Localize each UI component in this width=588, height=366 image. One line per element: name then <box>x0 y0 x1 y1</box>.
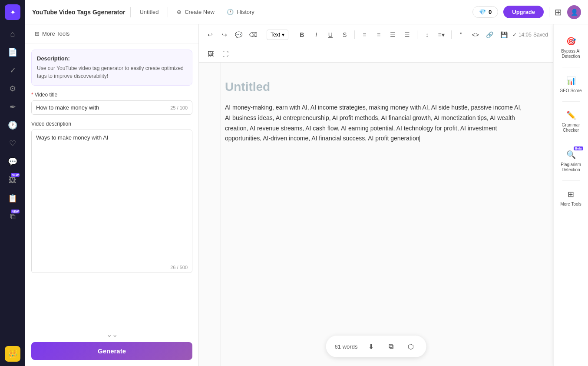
header-actions: 💎 0 Upgrade ⊞ 👤 <box>472 5 581 19</box>
video-title-input[interactable] <box>32 101 166 114</box>
video-desc-wrapper: 26 / 500 <box>31 130 192 273</box>
undo-button[interactable]: ↩ <box>204 28 217 41</box>
new-badge-layers: NEW <box>11 210 20 213</box>
main-content: YouTube Video Tags Ggenerator Untitled ⊕… <box>25 0 588 366</box>
image-button[interactable]: 🖼 <box>204 47 217 60</box>
ordered-list-button[interactable]: ☰ <box>387 28 400 41</box>
video-title-label: * Video title <box>31 92 192 98</box>
sidebar-item-heart[interactable]: ♡ <box>5 136 20 151</box>
description-label: Description: <box>37 55 187 62</box>
bold-button[interactable]: B <box>296 28 308 41</box>
toolbar-row1: ↩ ↪ 💬 ⌫ Text ▾ B I U S ≡ ≡ ☰ ☰ <box>199 24 553 45</box>
redo-button[interactable]: ↪ <box>218 28 231 41</box>
doc-name-tab[interactable]: Untitled <box>136 7 162 17</box>
textarea-footer: 26 / 500 <box>32 262 192 273</box>
link-button[interactable]: 🔗 <box>483 28 496 41</box>
gem-icon: 💎 <box>479 9 486 15</box>
coins-count: 0 <box>489 9 492 15</box>
grid-icon[interactable]: ⊞ <box>555 7 562 17</box>
expand-button[interactable]: ⛶ <box>219 47 232 60</box>
more-tools-tool[interactable]: ⊞ More Tools <box>557 184 585 211</box>
code-button[interactable]: <> <box>469 28 482 41</box>
align-left-button[interactable]: ≡ <box>358 28 371 41</box>
sidebar-item-copy[interactable]: 📋 <box>5 190 20 206</box>
unordered-list-button[interactable]: ☰ <box>401 28 413 41</box>
editor-content[interactable]: Untitled AI money-making, earn with AI, … <box>199 63 553 366</box>
tool-divider2 <box>562 101 580 102</box>
left-panel: ⊞ More Tools Description: Use our YouTub… <box>25 24 199 366</box>
chevron-down-icon-small: ▾ <box>282 32 284 38</box>
bypass-detection-tool[interactable]: 🎯 Bypass AI Detection <box>557 31 585 63</box>
more-tools-label: More Tools <box>560 202 581 207</box>
upgrade-button[interactable]: Upgrade <box>503 6 544 18</box>
eraser-button[interactable]: ⌫ <box>247 28 259 41</box>
toolbar-sep2 <box>292 30 292 39</box>
app-logo-icon[interactable]: ✦ <box>5 4 20 20</box>
seo-label: SEO Score <box>560 88 581 93</box>
document-body[interactable]: AI money-making, earn with AI, AI income… <box>225 103 527 144</box>
generate-button[interactable]: Generate <box>31 342 192 360</box>
beta-badge: Beta <box>574 146 583 150</box>
align-dropdown-button[interactable]: ≡▾ <box>435 28 448 41</box>
sidebar-item-pen[interactable]: ✒ <box>5 99 20 115</box>
left-panel-content: Description: Use our YouTube video tag g… <box>25 43 198 324</box>
chevron-down-icon[interactable]: ⌄⌄ <box>106 330 118 339</box>
sidebar-item-home[interactable]: ⌂ <box>5 26 20 42</box>
content-body: ⊞ More Tools Description: Use our YouTub… <box>25 24 588 366</box>
video-desc-label: Video description <box>31 121 192 127</box>
divider-line <box>221 63 221 366</box>
more-tools-icon: ⊞ <box>565 189 577 200</box>
bypass-label: Bypass AI Detection <box>560 49 582 59</box>
document-title[interactable]: Untitled <box>225 80 527 94</box>
plagiarism-icon: 🔍 <box>565 149 577 160</box>
sidebar-item-document[interactable]: 📄 <box>5 44 20 60</box>
sidebar-item-chat[interactable]: 💬 <box>5 154 20 170</box>
more-tools-button[interactable]: ⊞ More Tools <box>31 29 73 39</box>
italic-button[interactable]: I <box>310 28 323 41</box>
tool-divider3 <box>562 141 580 141</box>
sidebar-item-history[interactable]: 🕐 <box>5 117 20 133</box>
tool-divider1 <box>562 67 580 67</box>
video-title-counter: 25 / 100 <box>166 105 192 110</box>
video-desc-input[interactable] <box>32 130 192 260</box>
download-button[interactable]: ⬇ <box>364 340 377 353</box>
check-icon: ✓ <box>512 32 517 38</box>
grammar-icon: ✏️ <box>565 110 577 121</box>
grammar-checker-tool[interactable]: ✏️ Grammar Checker <box>557 105 585 137</box>
editor-area: ↩ ↪ 💬 ⌫ Text ▾ B I U S ≡ ≡ ☰ ☰ <box>199 24 553 366</box>
user-avatar[interactable]: 👤 <box>567 5 581 19</box>
crown-icon[interactable]: 👑 <box>5 346 20 362</box>
plus-icon: ⊕ <box>177 9 182 15</box>
save-button[interactable]: 💾 <box>498 28 511 41</box>
header-divider2 <box>168 7 168 17</box>
text-format-dropdown[interactable]: Text ▾ <box>267 30 288 40</box>
underline-button[interactable]: U <box>324 28 337 41</box>
sidebar-item-layers[interactable]: ⧉ NEW <box>5 209 20 224</box>
comment-button[interactable]: 💬 <box>233 28 245 41</box>
line-height-button[interactable]: ↕ <box>421 28 433 41</box>
history-btn[interactable]: 🕐 History <box>223 7 258 17</box>
toolbar-right: 💾 ✓ 14:05 Saved <box>498 28 548 41</box>
app-title: YouTube Video Tags Ggenerator <box>32 9 125 16</box>
quote-button[interactable]: " <box>455 28 468 41</box>
required-star: * <box>31 92 33 98</box>
textarea-counter: 26 / 500 <box>170 265 188 270</box>
create-new-btn[interactable]: ⊕ Create New <box>173 7 218 17</box>
video-title-input-wrapper: 25 / 100 <box>31 100 192 115</box>
new-badge: NEW <box>11 173 20 177</box>
coins-button[interactable]: 💎 0 <box>472 6 498 18</box>
header-divider3 <box>549 7 549 17</box>
word-count-bar: 61 words ⬇ ⧉ ⬡ <box>326 336 426 357</box>
bypass-icon: 🎯 <box>565 36 577 47</box>
sidebar-item-settings[interactable]: ⚙ <box>5 81 20 96</box>
seo-score-tool[interactable]: 📊 SEO Score <box>557 71 585 98</box>
left-sidebar: ✦ ⌂ 📄 ✓ ⚙ ✒ 🕐 ♡ 💬 🖼 NEW 📋 ⧉ NEW 👑 <box>0 0 25 366</box>
copy-button[interactable]: ⧉ <box>384 340 397 353</box>
sidebar-item-image[interactable]: 🖼 NEW <box>5 172 20 188</box>
strikethrough-button[interactable]: S <box>338 28 351 41</box>
align-center-button[interactable]: ≡ <box>373 28 385 41</box>
video-desc-field: Video description 26 / 500 <box>31 121 192 273</box>
sidebar-item-check[interactable]: ✓ <box>5 63 20 78</box>
plagiarism-detection-tool[interactable]: Beta 🔍 Plagiarism Detection <box>557 145 585 177</box>
open-button[interactable]: ⬡ <box>404 340 417 353</box>
